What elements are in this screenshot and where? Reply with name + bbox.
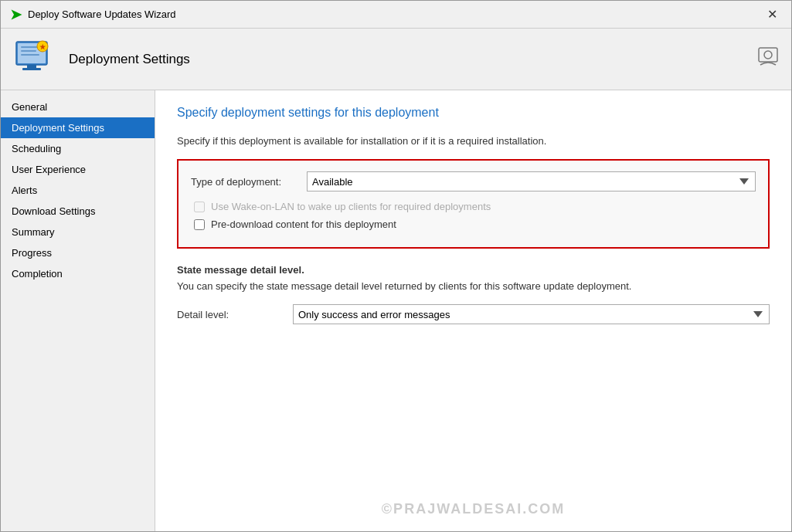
wake-on-lan-checkbox[interactable] (194, 202, 205, 212)
detail-level-label: Detail level: (177, 309, 277, 320)
sidebar-item-alerts[interactable]: Alerts (1, 180, 155, 201)
deployment-type-row: Type of deployment: Available Required (191, 171, 756, 191)
deployment-options-box: Type of deployment: Available Required U… (177, 159, 770, 249)
wake-on-lan-label: Use Wake-on-LAN to wake up clients for r… (211, 201, 491, 212)
sidebar-item-general[interactable]: General (1, 97, 155, 117)
user-icon (757, 46, 779, 73)
state-message-desc: You can specify the state message detail… (177, 280, 770, 292)
sidebar-item-download-settings[interactable]: Download Settings (1, 201, 155, 222)
sidebar: General Deployment Settings Scheduling U… (1, 90, 155, 531)
content-title: Specify deployment settings for this dep… (177, 106, 770, 120)
main-content: General Deployment Settings Scheduling U… (1, 90, 791, 531)
header-title: Deployment Settings (69, 52, 190, 67)
content-area: Specify deployment settings for this dep… (155, 90, 791, 531)
wake-on-lan-row: Use Wake-on-LAN to wake up clients for r… (191, 201, 756, 212)
sidebar-item-progress[interactable]: Progress (1, 242, 155, 263)
state-message-heading: State message detail level. (177, 264, 770, 276)
svg-rect-5 (27, 65, 36, 68)
svg-point-10 (764, 51, 772, 59)
svg-rect-3 (21, 50, 36, 52)
wizard-icon: ➤ (10, 6, 22, 23)
svg-rect-4 (21, 54, 39, 56)
deployment-type-select[interactable]: Available Required (307, 171, 756, 191)
predownload-row: Pre-download content for this deployment (191, 219, 756, 230)
predownload-checkbox[interactable] (194, 219, 205, 230)
deployment-type-label: Type of deployment: (191, 176, 291, 188)
detail-level-select[interactable]: Only success and error messages All mess… (293, 304, 770, 324)
sidebar-item-user-experience[interactable]: User Experience (1, 159, 155, 180)
svg-rect-9 (759, 48, 777, 62)
svg-text:★: ★ (39, 43, 46, 51)
header-icon: ★ (13, 40, 56, 79)
svg-rect-6 (22, 68, 41, 70)
title-bar: ➤ Deploy Software Updates Wizard ✕ (1, 1, 791, 29)
sidebar-item-deployment-settings[interactable]: Deployment Settings (1, 117, 155, 138)
sidebar-item-scheduling[interactable]: Scheduling (1, 138, 155, 159)
close-button[interactable]: ✕ (763, 5, 782, 23)
sidebar-item-summary[interactable]: Summary (1, 222, 155, 242)
header-bar: ★ Deployment Settings (1, 29, 791, 90)
description-text: Specify if this deployment is available … (177, 135, 770, 147)
window-title: Deploy Software Updates Wizard (28, 8, 175, 20)
detail-level-row: Detail level: Only success and error mes… (177, 304, 770, 324)
sidebar-item-completion[interactable]: Completion (1, 263, 155, 284)
watermark: ©PRAJWALDESAI.COM (155, 501, 791, 517)
predownload-label: Pre-download content for this deployment (211, 219, 396, 230)
